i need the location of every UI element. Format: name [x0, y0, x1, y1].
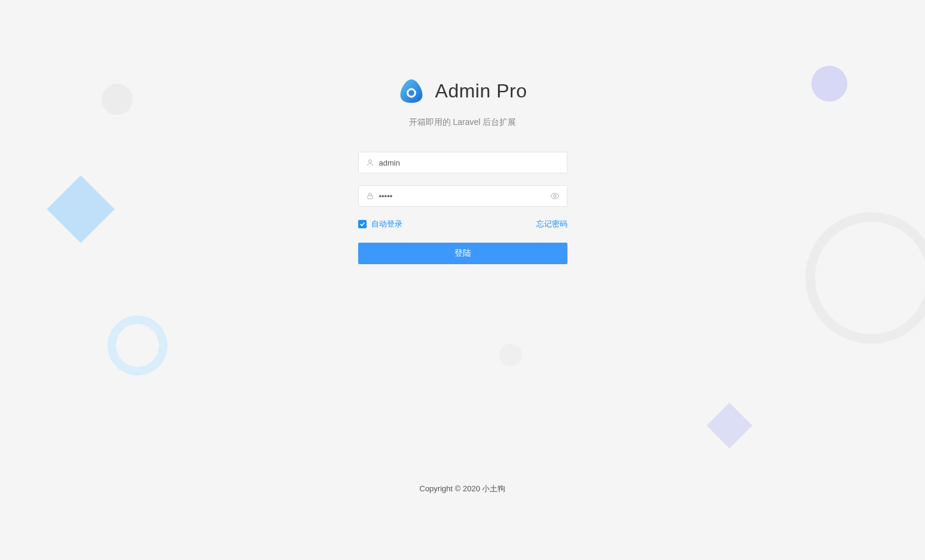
- checkbox-icon: [358, 220, 367, 228]
- password-input[interactable]: [374, 186, 550, 206]
- logo-icon: [398, 78, 425, 104]
- login-form: 自动登录 忘记密码 登陆: [358, 152, 567, 264]
- user-icon: [366, 158, 374, 167]
- svg-point-4: [554, 195, 556, 197]
- username-input[interactable]: [374, 152, 560, 173]
- login-header: Admin Pro: [398, 78, 527, 104]
- lock-icon: [366, 192, 374, 200]
- svg-point-1: [408, 90, 414, 96]
- form-options-row: 自动登录 忘记密码: [358, 219, 567, 229]
- svg-rect-3: [367, 195, 372, 198]
- app-subtitle: 开箱即用的 Laravel 后台扩展: [409, 117, 517, 128]
- login-page: Admin Pro 开箱即用的 Laravel 后台扩展: [0, 0, 925, 560]
- footer-copyright: Copyright © 2020 小土狗: [0, 484, 925, 494]
- svg-point-2: [368, 160, 371, 163]
- username-field-wrap[interactable]: [358, 152, 567, 173]
- login-button[interactable]: 登陆: [358, 243, 567, 264]
- remember-checkbox[interactable]: 自动登录: [358, 219, 402, 229]
- eye-icon[interactable]: [550, 191, 560, 201]
- password-field-wrap[interactable]: [358, 185, 567, 207]
- app-title: Admin Pro: [435, 80, 527, 102]
- remember-label: 自动登录: [371, 219, 402, 229]
- forgot-password-link[interactable]: 忘记密码: [536, 219, 567, 229]
